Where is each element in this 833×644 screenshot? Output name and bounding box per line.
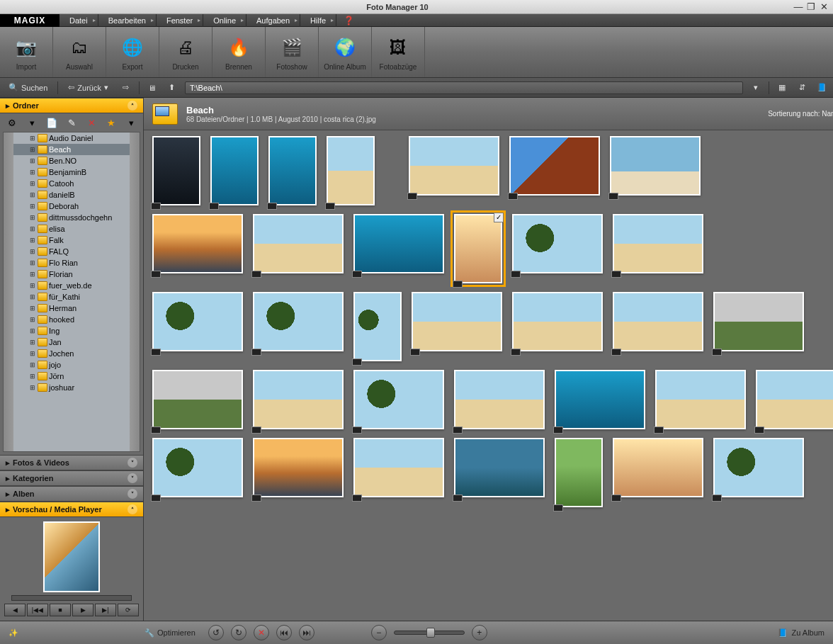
folder-item[interactable]: ⊞Jochen bbox=[13, 348, 130, 359]
folder-item[interactable]: ⊞Catooh bbox=[13, 178, 130, 189]
thumbnail[interactable] bbox=[610, 136, 701, 196]
gear-icon[interactable]: ⚙ bbox=[6, 116, 18, 129]
expand-icon[interactable]: ⊞ bbox=[29, 203, 36, 210]
check-icon[interactable]: ✓ bbox=[494, 213, 504, 222]
folder-item[interactable]: ⊞Falk bbox=[13, 235, 130, 246]
thumbnail[interactable] bbox=[152, 292, 243, 351]
tool-import[interactable]: 📷Import bbox=[0, 27, 53, 77]
tool-auswahl[interactable]: 🗂Auswahl bbox=[53, 27, 106, 77]
folder-item[interactable]: ⊞für_Kathi bbox=[13, 291, 130, 303]
thumbnail[interactable] bbox=[613, 292, 703, 351]
thumbnail[interactable] bbox=[253, 292, 344, 351]
thumbnail[interactable] bbox=[353, 370, 444, 429]
folder-item[interactable]: ⊞elisa bbox=[13, 223, 130, 235]
loop-button[interactable]: ⟳ bbox=[118, 604, 139, 616]
expand-icon[interactable]: ⊞ bbox=[29, 384, 36, 391]
expand-icon[interactable]: ⊞ bbox=[29, 180, 36, 187]
menu-bearbeiten[interactable]: Bearbeiten bbox=[98, 14, 157, 27]
thumbnail[interactable] bbox=[152, 214, 243, 273]
sort-label[interactable]: Sortierung nach: Name bbox=[768, 110, 833, 118]
maximize-button[interactable]: ❐ bbox=[805, 1, 817, 12]
expand-icon[interactable]: ⊞ bbox=[29, 135, 36, 142]
folder-item[interactable]: ⊞Beach bbox=[13, 144, 130, 155]
panel-kategorien[interactable]: ▸ Kategorien˅ bbox=[0, 470, 143, 486]
tool-online-album[interactable]: 🌍Online Album bbox=[319, 27, 372, 77]
folder-item[interactable]: ⊞FALQ bbox=[13, 246, 130, 257]
tool-export[interactable]: 🌐Export bbox=[106, 27, 159, 77]
folder-item[interactable]: ⊞jojo bbox=[13, 359, 130, 371]
panel-alben[interactable]: ▸ Alben˅ bbox=[0, 486, 143, 502]
folder-item[interactable]: ⊞Audio Daniel bbox=[13, 132, 130, 144]
thumbnail[interactable] bbox=[152, 438, 243, 497]
sort-button[interactable]: ⇵ bbox=[795, 81, 809, 94]
book-icon[interactable]: 📘 bbox=[815, 81, 829, 94]
expand-icon[interactable]: ⊞ bbox=[29, 361, 36, 368]
thumbnail[interactable] bbox=[253, 438, 344, 497]
delete-button[interactable]: ✕ bbox=[254, 625, 269, 640]
next-image-button[interactable]: ⏭ bbox=[299, 625, 314, 640]
expand-icon[interactable]: ⊞ bbox=[29, 327, 36, 334]
panel-vorschau[interactable]: ▸ Vorschau / Media Player˄ bbox=[0, 502, 143, 517]
folder-item[interactable]: ⊞Deborah bbox=[13, 200, 130, 212]
folder-item[interactable]: ⊞fuer_web.de bbox=[13, 280, 130, 291]
back-button[interactable]: ⇦Zurück▾ bbox=[64, 81, 113, 94]
tree-scroll-right[interactable] bbox=[130, 132, 140, 451]
zoom-in-button[interactable]: + bbox=[472, 625, 487, 640]
tool-brennen[interactable]: 🔥Brennen bbox=[212, 27, 266, 77]
tool-fotoshow[interactable]: 🎬Fotoshow bbox=[266, 27, 319, 77]
expand-icon[interactable]: ⊞ bbox=[29, 373, 36, 380]
help-icon[interactable]: ❓ bbox=[336, 16, 361, 26]
zoom-handle[interactable] bbox=[426, 628, 435, 638]
thumbnail[interactable] bbox=[454, 438, 545, 497]
tool-fotoabzuege[interactable]: 🖼Fotoabzüge bbox=[372, 27, 425, 77]
thumbnail[interactable] bbox=[353, 214, 444, 273]
expand-icon[interactable]: ⊞ bbox=[29, 248, 36, 255]
expand-icon[interactable]: ⊞ bbox=[29, 316, 36, 323]
new-folder-icon[interactable]: 📄 bbox=[45, 116, 58, 129]
expand-icon[interactable]: ⊞ bbox=[29, 157, 36, 164]
rotate-right-button[interactable]: ↻ bbox=[231, 625, 246, 640]
expand-icon[interactable]: ⊞ bbox=[29, 225, 36, 232]
path-field[interactable]: T:\Beach\ bbox=[185, 81, 743, 94]
zoom-slider[interactable] bbox=[394, 631, 465, 635]
tree-scroll-left[interactable] bbox=[4, 132, 13, 451]
thumbnail[interactable] bbox=[409, 136, 499, 196]
thumbnail[interactable] bbox=[353, 438, 444, 497]
expand-icon[interactable]: ⊞ bbox=[29, 271, 36, 278]
folder-item[interactable]: ⊞danielB bbox=[13, 189, 130, 200]
thumbnail[interactable] bbox=[454, 370, 545, 429]
thumbnail[interactable] bbox=[756, 370, 833, 429]
view-mode-button[interactable]: ▦ bbox=[775, 81, 789, 94]
folder-item[interactable]: ⊞Flo Rian bbox=[13, 257, 130, 269]
folder-item[interactable]: ⊞Ing bbox=[13, 325, 130, 337]
menu-datei[interactable]: Datei bbox=[60, 14, 98, 27]
expand-icon[interactable]: ⊞ bbox=[29, 339, 36, 346]
expand-icon[interactable]: ⊞ bbox=[29, 282, 36, 289]
prev-image-button[interactable]: ⏮ bbox=[276, 625, 292, 640]
folder-item[interactable]: ⊞joshuar bbox=[13, 382, 130, 393]
thumbnail[interactable] bbox=[253, 370, 344, 429]
thumbnail[interactable] bbox=[713, 438, 804, 497]
expand-icon[interactable]: ⊞ bbox=[29, 259, 36, 266]
folder-item[interactable]: ⊞BenjaminB bbox=[13, 166, 130, 178]
folder-item[interactable]: ⊞Florian bbox=[13, 269, 130, 280]
play-button[interactable]: ▶ bbox=[72, 604, 94, 616]
folder-item[interactable]: ⊞Herman bbox=[13, 303, 130, 314]
dropdown-icon[interactable]: ▾ bbox=[26, 116, 38, 129]
thumbnail[interactable] bbox=[152, 136, 200, 205]
skip-back-button[interactable]: |◀◀ bbox=[27, 604, 48, 616]
thumbnail[interactable] bbox=[210, 136, 259, 205]
expand-icon[interactable]: ⊞ bbox=[29, 305, 36, 312]
search-button[interactable]: 🔍Suchen bbox=[4, 81, 52, 94]
menu-aufgaben[interactable]: Aufgaben bbox=[246, 14, 300, 27]
stop-button[interactable]: ■ bbox=[50, 604, 71, 616]
delete-icon[interactable]: ✕ bbox=[85, 116, 98, 129]
forward-button[interactable]: ⇨ bbox=[118, 81, 133, 94]
expand-icon[interactable]: ⊞ bbox=[29, 169, 36, 176]
thumbnail[interactable] bbox=[613, 438, 703, 497]
folder-item[interactable]: ⊞Jan bbox=[13, 337, 130, 348]
thumbnail[interactable] bbox=[555, 438, 603, 507]
thumbnail[interactable] bbox=[713, 292, 804, 351]
expand-icon[interactable]: ⊞ bbox=[29, 146, 36, 153]
tool-drucken[interactable]: 🖨Drucken bbox=[159, 27, 212, 77]
